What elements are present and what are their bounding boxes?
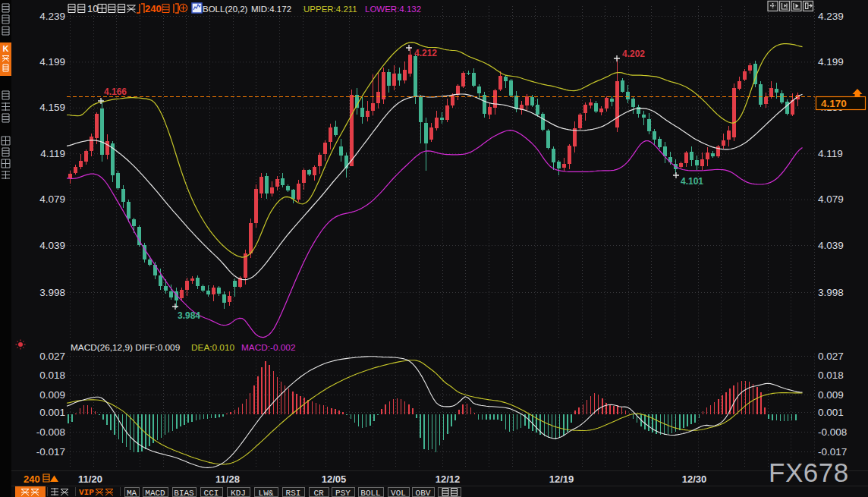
- svg-text:0.001: 0.001: [39, 407, 65, 418]
- svg-text:4.239: 4.239: [39, 11, 65, 22]
- svg-text:4.199: 4.199: [818, 56, 844, 68]
- svg-text:11/20: 11/20: [78, 473, 102, 485]
- svg-text:3.984: 3.984: [178, 310, 200, 321]
- svg-text:10: 10: [87, 3, 98, 14]
- svg-text:BOLL(20,2): BOLL(20,2): [203, 5, 248, 14]
- svg-text:4.039: 4.039: [39, 240, 65, 251]
- svg-text:11/28: 11/28: [215, 473, 240, 485]
- svg-text:240: 240: [145, 3, 162, 14]
- svg-text:4.119: 4.119: [40, 148, 65, 159]
- svg-text:12/05: 12/05: [322, 473, 347, 485]
- svg-text:0.027: 0.027: [39, 351, 65, 362]
- svg-text:4.119: 4.119: [818, 148, 843, 159]
- svg-text:MACD(26,12,9) DIFF:0.009: MACD(26,12,9) DIFF:0.009: [71, 342, 180, 353]
- svg-text:BIAS: BIAS: [174, 489, 194, 497]
- svg-text:CR: CR: [313, 489, 324, 497]
- svg-text:MID:4.172: MID:4.172: [251, 5, 291, 14]
- svg-text:VIP: VIP: [79, 488, 94, 497]
- svg-text:OBV: OBV: [416, 489, 431, 497]
- svg-text:12/12: 12/12: [436, 473, 461, 485]
- svg-text:0.018: 0.018: [39, 370, 65, 381]
- svg-text:4.079: 4.079: [818, 193, 844, 205]
- svg-text:VOL: VOL: [391, 489, 406, 497]
- svg-text:K: K: [3, 44, 9, 53]
- svg-text:CCI: CCI: [204, 489, 219, 497]
- svg-text:4.159: 4.159: [39, 102, 65, 113]
- svg-text:FX678: FX678: [769, 458, 849, 487]
- svg-text:LOWER:4.132: LOWER:4.132: [365, 5, 421, 14]
- svg-text:KDJ: KDJ: [231, 489, 246, 497]
- svg-text:4.212: 4.212: [414, 48, 437, 58]
- svg-text:4.170: 4.170: [821, 98, 847, 109]
- svg-text:240: 240: [24, 473, 40, 485]
- svg-text:4.202: 4.202: [622, 49, 645, 59]
- svg-text:-0.017: -0.017: [818, 446, 847, 458]
- svg-text:4.079: 4.079: [39, 193, 65, 205]
- svg-text:UPPER:4.211: UPPER:4.211: [303, 5, 357, 14]
- svg-text:-0.008: -0.008: [36, 426, 65, 438]
- svg-text:BOLL: BOLL: [360, 489, 380, 497]
- svg-text:RSI: RSI: [286, 489, 301, 497]
- svg-text:0.018: 0.018: [818, 370, 844, 381]
- svg-text:4.166: 4.166: [104, 87, 127, 97]
- svg-text:DEA:0.010: DEA:0.010: [191, 342, 234, 353]
- svg-text:0.001: 0.001: [818, 407, 844, 418]
- svg-text:3.998: 3.998: [39, 287, 65, 298]
- svg-text:0.009: 0.009: [39, 389, 65, 401]
- svg-text:0.009: 0.009: [818, 389, 844, 401]
- svg-text:4.039: 4.039: [818, 240, 844, 251]
- svg-text:3.998: 3.998: [818, 287, 844, 298]
- svg-text:12/19: 12/19: [549, 473, 574, 485]
- svg-text:-0.008: -0.008: [818, 426, 847, 438]
- svg-text:4.239: 4.239: [818, 11, 844, 22]
- svg-text:-0.017: -0.017: [36, 446, 65, 458]
- svg-text:MACD: MACD: [145, 489, 165, 497]
- svg-text:MA: MA: [127, 489, 137, 497]
- svg-text:0.027: 0.027: [818, 351, 844, 362]
- svg-text:LW&: LW&: [259, 489, 274, 497]
- svg-text:4.199: 4.199: [39, 56, 65, 68]
- svg-text:4.101: 4.101: [681, 176, 703, 187]
- svg-text:MACD:-0.002: MACD:-0.002: [241, 342, 295, 353]
- svg-text:12/30: 12/30: [682, 473, 707, 485]
- svg-text:PSY: PSY: [335, 489, 351, 497]
